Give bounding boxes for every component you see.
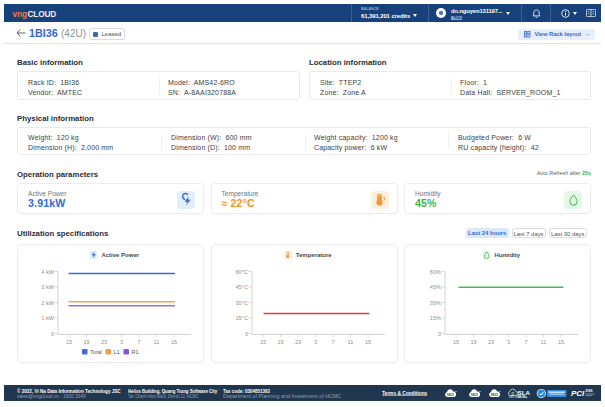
svg-text:19: 19 [83,339,89,345]
svg-text:15°C: 15°C [235,315,248,321]
svg-text:15: 15 [66,339,72,345]
svg-text:0: 0 [244,331,247,337]
svg-text:1 kW: 1 kW [41,315,54,321]
svg-text:3 kW: 3 kW [41,284,54,290]
svg-text:11: 11 [347,339,353,345]
svg-text:DSS: DSS [586,389,594,393]
svg-text:ISO: ISO [471,391,478,396]
svg-text:4 kW: 4 kW [41,269,54,275]
svg-text:15: 15 [364,339,370,345]
svg-text:11: 11 [541,339,547,345]
svg-text:ISO: ISO [447,391,454,396]
svg-text:15: 15 [171,339,177,345]
svg-text:TM: TM [478,389,481,392]
svg-text:15%: 15% [430,315,441,321]
svg-text:ISO: ISO [491,391,498,396]
svg-text:3: 3 [120,339,123,345]
svg-text:15: 15 [453,339,459,345]
svg-text:15: 15 [558,339,564,345]
svg-text:60°C: 60°C [235,269,248,275]
svg-text:30°C: 30°C [235,300,248,306]
svg-text:11: 11 [154,339,160,345]
svg-text:45°C: 45°C [235,284,248,290]
svg-text:0: 0 [51,331,54,337]
svg-text:L1: L1 [114,349,120,355]
svg-text:2 kW: 2 kW [41,300,54,306]
svg-text:19: 19 [277,339,283,345]
svg-text:15: 15 [259,339,265,345]
svg-text:7: 7 [331,339,334,345]
svg-text:23: 23 [101,339,107,345]
svg-text:Total: Total [90,349,102,355]
svg-text:99.99+: 99.99+ [518,395,528,398]
svg-text:23: 23 [294,339,300,345]
svg-text:TM: TM [454,389,457,392]
svg-text:TM: TM [498,389,501,392]
svg-text:7: 7 [524,339,527,345]
svg-text:7: 7 [137,339,140,345]
svg-text:R1: R1 [132,349,139,355]
svg-text:45%: 45% [430,284,441,290]
svg-text:3: 3 [313,339,316,345]
svg-text:23: 23 [488,339,494,345]
svg-text:0: 0 [438,331,441,337]
svg-text:PCI: PCI [571,389,585,398]
svg-text:60%: 60% [430,269,441,275]
svg-text:19: 19 [470,339,476,345]
svg-text:30%: 30% [430,300,441,306]
svg-text:3: 3 [507,339,510,345]
